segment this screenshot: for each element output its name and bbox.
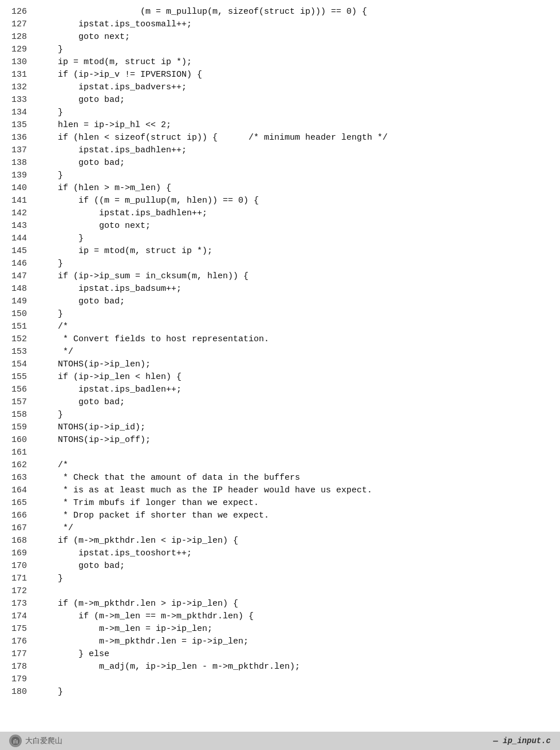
line-content: goto bad; bbox=[37, 157, 560, 169]
line-number: 142 bbox=[0, 207, 37, 220]
page-container: 126 (m = m_pullup(m, sizeof(struct ip)))… bbox=[0, 0, 560, 750]
line-number: 149 bbox=[0, 295, 37, 308]
code-line: 138 goto bad; bbox=[0, 157, 560, 169]
code-line: 147 if (ip->ip_sum = in_cksum(m, hlen)) … bbox=[0, 270, 560, 283]
line-number: 144 bbox=[0, 232, 37, 245]
line-content: */ bbox=[37, 346, 560, 358]
code-line: 139 } bbox=[0, 169, 560, 182]
line-content: ip = mtod(m, struct ip *); bbox=[37, 56, 560, 69]
line-number: 154 bbox=[0, 358, 37, 371]
code-line: 146 } bbox=[0, 258, 560, 270]
line-content: * is as at least much as the IP header w… bbox=[37, 484, 560, 497]
line-content: m->m_len = ip->ip_len; bbox=[37, 623, 560, 635]
code-line: 176 m->m_pkthdr.len = ip->ip_len; bbox=[0, 635, 560, 648]
line-content: ipstat.ips_toosmall++; bbox=[37, 18, 560, 31]
line-content: NTOHS(ip->ip_id); bbox=[37, 421, 560, 434]
line-number: 175 bbox=[0, 623, 37, 635]
code-line: 135 hlen = ip->ip_hl << 2; bbox=[0, 119, 560, 132]
line-content: goto next; bbox=[37, 31, 560, 44]
line-number: 155 bbox=[0, 371, 37, 384]
code-line: 137 ipstat.ips_badhlen++; bbox=[0, 144, 560, 157]
code-line: 132 ipstat.ips_badvers++; bbox=[0, 81, 560, 94]
line-number: 158 bbox=[0, 409, 37, 421]
code-line: 129 } bbox=[0, 44, 560, 56]
line-number: 163 bbox=[0, 472, 37, 484]
line-number: 164 bbox=[0, 484, 37, 497]
code-line: 150 } bbox=[0, 308, 560, 321]
code-line: 128 goto next; bbox=[0, 31, 560, 44]
code-line: 152 * Convert fields to host representat… bbox=[0, 333, 560, 346]
line-number: 153 bbox=[0, 346, 37, 358]
line-content: } bbox=[37, 169, 560, 182]
line-content: } bbox=[37, 44, 560, 56]
line-content: } bbox=[37, 409, 560, 421]
line-number: 148 bbox=[0, 283, 37, 295]
line-number: 157 bbox=[0, 396, 37, 409]
code-line: 143 goto next; bbox=[0, 220, 560, 232]
code-line: 160 NTOHS(ip->ip_off); bbox=[0, 434, 560, 447]
line-number: 139 bbox=[0, 169, 37, 182]
code-line: 170 goto bad; bbox=[0, 560, 560, 573]
line-content: goto bad; bbox=[37, 295, 560, 308]
line-number: 152 bbox=[0, 333, 37, 346]
svg-text:白: 白 bbox=[13, 739, 18, 745]
line-number: 177 bbox=[0, 648, 37, 661]
code-line: 180 } bbox=[0, 686, 560, 698]
line-number: 166 bbox=[0, 510, 37, 522]
line-number: 126 bbox=[0, 6, 37, 18]
line-number: 176 bbox=[0, 635, 37, 648]
code-line: 127 ipstat.ips_toosmall++; bbox=[0, 18, 560, 31]
line-number: 172 bbox=[0, 585, 37, 598]
line-content: ipstat.ips_tooshort++; bbox=[37, 547, 560, 560]
line-number: 137 bbox=[0, 144, 37, 157]
line-number: 145 bbox=[0, 245, 37, 258]
code-line: 133 goto bad; bbox=[0, 94, 560, 106]
line-content: * Drop packet if shorter than we expect. bbox=[37, 510, 560, 522]
code-line: 162 /* bbox=[0, 459, 560, 472]
line-content: NTOHS(ip->ip_off); bbox=[37, 434, 560, 447]
line-content: * Check that the amount of data in the b… bbox=[37, 472, 560, 484]
line-content: m->m_pkthdr.len = ip->ip_len; bbox=[37, 635, 560, 648]
line-content: ipstat.ips_badlen++; bbox=[37, 384, 560, 396]
line-content: if (m->m_pkthdr.len < ip->ip_len) { bbox=[37, 535, 560, 547]
line-number: 140 bbox=[0, 182, 37, 195]
line-content: if (ip->ip_sum = in_cksum(m, hlen)) { bbox=[37, 270, 560, 283]
line-number: 147 bbox=[0, 270, 37, 283]
code-line: 136 if (hlen < sizeof(struct ip)) { /* m… bbox=[0, 132, 560, 144]
line-number: 161 bbox=[0, 447, 37, 459]
code-line: 164 * is as at least much as the IP head… bbox=[0, 484, 560, 497]
line-number: 174 bbox=[0, 610, 37, 623]
code-line: 169 ipstat.ips_tooshort++; bbox=[0, 547, 560, 560]
line-number: 129 bbox=[0, 44, 37, 56]
line-content: if (m->m_len == m->m_pkthdr.len) { bbox=[37, 610, 560, 623]
line-number: 169 bbox=[0, 547, 37, 560]
code-line: 167 */ bbox=[0, 522, 560, 535]
line-number: 128 bbox=[0, 31, 37, 44]
line-content: ipstat.ips_badhlen++; bbox=[37, 144, 560, 157]
line-content: * Convert fields to host representation. bbox=[37, 333, 560, 346]
line-number: 160 bbox=[0, 434, 37, 447]
line-content: } bbox=[37, 232, 560, 245]
code-line: 177 } else bbox=[0, 648, 560, 661]
watermark-icon: 白 bbox=[9, 735, 22, 747]
code-line: 142 ipstat.ips_badhlen++; bbox=[0, 207, 560, 220]
line-number: 146 bbox=[0, 258, 37, 270]
line-content: ipstat.ips_badsum++; bbox=[37, 283, 560, 295]
code-line: 156 ipstat.ips_badlen++; bbox=[0, 384, 560, 396]
code-line: 165 * Trim mbufs if longer than we expec… bbox=[0, 497, 560, 510]
code-line: 155 if (ip->ip_len < hlen) { bbox=[0, 371, 560, 384]
line-number: 138 bbox=[0, 157, 37, 169]
footer-filename: — ip_input.c bbox=[493, 736, 551, 745]
line-content: goto bad; bbox=[37, 94, 560, 106]
line-content: } bbox=[37, 573, 560, 585]
line-content: ipstat.ips_badhlen++; bbox=[37, 207, 560, 220]
line-number: 167 bbox=[0, 522, 37, 535]
code-area: 126 (m = m_pullup(m, sizeof(struct ip)))… bbox=[0, 0, 560, 716]
code-line: 163 * Check that the amount of data in t… bbox=[0, 472, 560, 484]
code-line: 126 (m = m_pullup(m, sizeof(struct ip)))… bbox=[0, 6, 560, 18]
line-number: 134 bbox=[0, 106, 37, 119]
code-line: 178 m_adj(m, ip->ip_len - m->m_pkthdr.le… bbox=[0, 661, 560, 673]
code-line: 149 goto bad; bbox=[0, 295, 560, 308]
code-line: 179 bbox=[0, 673, 560, 686]
code-line: 140 if (hlen > m->m_len) { bbox=[0, 182, 560, 195]
